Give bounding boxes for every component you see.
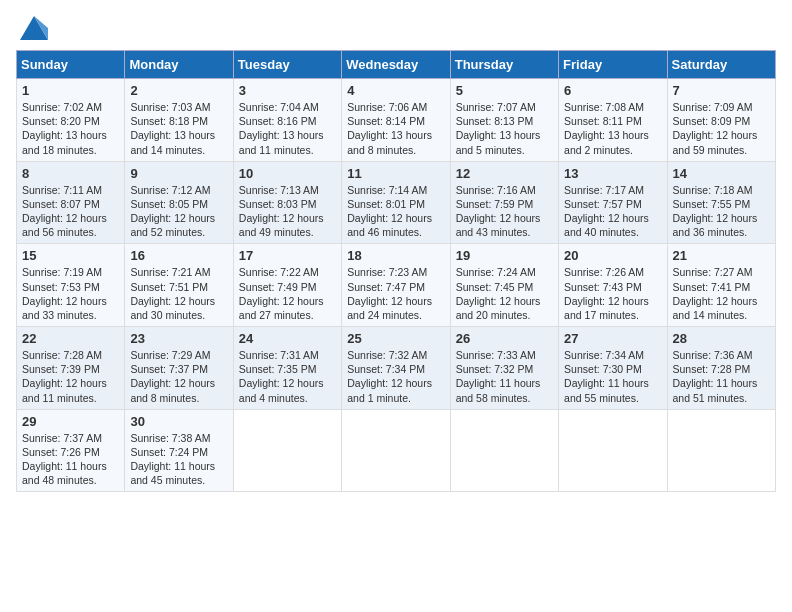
day-number: 17 <box>239 248 336 263</box>
day-number: 18 <box>347 248 444 263</box>
day-number: 11 <box>347 166 444 181</box>
cell-info-line: Sunset: 7:51 PM <box>130 280 227 294</box>
cell-info-line: Daylight: 11 hours <box>673 376 770 390</box>
calendar-cell: 9Sunrise: 7:12 AMSunset: 8:05 PMDaylight… <box>125 161 233 244</box>
cell-info-line: Sunrise: 7:34 AM <box>564 348 661 362</box>
day-header-tuesday: Tuesday <box>233 51 341 79</box>
cell-info-line: Sunrise: 7:08 AM <box>564 100 661 114</box>
cell-info-line: Daylight: 12 hours <box>564 294 661 308</box>
cell-info-line: and 14 minutes. <box>130 143 227 157</box>
cell-info-line: Sunrise: 7:33 AM <box>456 348 553 362</box>
cell-info-line: and 46 minutes. <box>347 225 444 239</box>
cell-info-line: Sunrise: 7:21 AM <box>130 265 227 279</box>
calendar-cell: 20Sunrise: 7:26 AMSunset: 7:43 PMDayligh… <box>559 244 667 327</box>
day-header-thursday: Thursday <box>450 51 558 79</box>
cell-info-line: and 56 minutes. <box>22 225 119 239</box>
cell-info-line: Daylight: 12 hours <box>564 211 661 225</box>
cell-info-line: and 45 minutes. <box>130 473 227 487</box>
week-row-1: 1Sunrise: 7:02 AMSunset: 8:20 PMDaylight… <box>17 79 776 162</box>
day-header-monday: Monday <box>125 51 233 79</box>
cell-info-line: Sunset: 8:13 PM <box>456 114 553 128</box>
day-number: 29 <box>22 414 119 429</box>
calendar-cell: 22Sunrise: 7:28 AMSunset: 7:39 PMDayligh… <box>17 327 125 410</box>
cell-info-line: and 11 minutes. <box>239 143 336 157</box>
cell-info-line: Sunset: 7:41 PM <box>673 280 770 294</box>
cell-info-line: Sunrise: 7:06 AM <box>347 100 444 114</box>
cell-info-line: Sunset: 7:30 PM <box>564 362 661 376</box>
cell-info-line: Daylight: 13 hours <box>239 128 336 142</box>
cell-info-line: Daylight: 11 hours <box>130 459 227 473</box>
calendar-cell: 24Sunrise: 7:31 AMSunset: 7:35 PMDayligh… <box>233 327 341 410</box>
cell-info-line: Daylight: 12 hours <box>130 376 227 390</box>
day-header-sunday: Sunday <box>17 51 125 79</box>
day-number: 12 <box>456 166 553 181</box>
calendar-cell: 3Sunrise: 7:04 AMSunset: 8:16 PMDaylight… <box>233 79 341 162</box>
calendar-cell <box>450 409 558 492</box>
cell-info-line: Sunset: 8:07 PM <box>22 197 119 211</box>
cell-info-line: Sunset: 7:39 PM <box>22 362 119 376</box>
cell-info-line: Sunset: 8:14 PM <box>347 114 444 128</box>
cell-info-line: Sunset: 7:55 PM <box>673 197 770 211</box>
cell-info-line: Sunset: 8:11 PM <box>564 114 661 128</box>
day-number: 19 <box>456 248 553 263</box>
cell-info-line: Daylight: 12 hours <box>130 211 227 225</box>
cell-info-line: and 5 minutes. <box>456 143 553 157</box>
cell-info-line: Sunset: 8:01 PM <box>347 197 444 211</box>
day-header-saturday: Saturday <box>667 51 775 79</box>
cell-info-line: Sunset: 8:20 PM <box>22 114 119 128</box>
cell-info-line: and 33 minutes. <box>22 308 119 322</box>
cell-info-line: Sunrise: 7:27 AM <box>673 265 770 279</box>
cell-info-line: Daylight: 12 hours <box>347 294 444 308</box>
calendar-table: SundayMondayTuesdayWednesdayThursdayFrid… <box>16 50 776 492</box>
cell-info-line: Sunrise: 7:13 AM <box>239 183 336 197</box>
calendar-cell: 14Sunrise: 7:18 AMSunset: 7:55 PMDayligh… <box>667 161 775 244</box>
week-row-4: 22Sunrise: 7:28 AMSunset: 7:39 PMDayligh… <box>17 327 776 410</box>
calendar-cell: 21Sunrise: 7:27 AMSunset: 7:41 PMDayligh… <box>667 244 775 327</box>
calendar-cell <box>559 409 667 492</box>
cell-info-line: Daylight: 12 hours <box>456 211 553 225</box>
cell-info-line: Sunset: 7:59 PM <box>456 197 553 211</box>
cell-info-line: and 55 minutes. <box>564 391 661 405</box>
cell-info-line: Daylight: 11 hours <box>22 459 119 473</box>
cell-info-line: Sunset: 7:57 PM <box>564 197 661 211</box>
cell-info-line: Sunrise: 7:36 AM <box>673 348 770 362</box>
cell-info-line: Sunset: 7:26 PM <box>22 445 119 459</box>
cell-info-line: Sunrise: 7:14 AM <box>347 183 444 197</box>
calendar-cell: 1Sunrise: 7:02 AMSunset: 8:20 PMDaylight… <box>17 79 125 162</box>
cell-info-line: Daylight: 12 hours <box>347 376 444 390</box>
cell-info-line: Sunrise: 7:31 AM <box>239 348 336 362</box>
day-number: 24 <box>239 331 336 346</box>
calendar-cell: 27Sunrise: 7:34 AMSunset: 7:30 PMDayligh… <box>559 327 667 410</box>
day-number: 27 <box>564 331 661 346</box>
cell-info-line: and 11 minutes. <box>22 391 119 405</box>
day-number: 9 <box>130 166 227 181</box>
calendar-cell: 10Sunrise: 7:13 AMSunset: 8:03 PMDayligh… <box>233 161 341 244</box>
cell-info-line: and 1 minute. <box>347 391 444 405</box>
calendar-cell: 19Sunrise: 7:24 AMSunset: 7:45 PMDayligh… <box>450 244 558 327</box>
cell-info-line: and 4 minutes. <box>239 391 336 405</box>
day-number: 13 <box>564 166 661 181</box>
calendar-cell: 30Sunrise: 7:38 AMSunset: 7:24 PMDayligh… <box>125 409 233 492</box>
logo <box>16 16 50 40</box>
cell-info-line: Daylight: 12 hours <box>22 294 119 308</box>
cell-info-line: and 8 minutes. <box>347 143 444 157</box>
cell-info-line: Sunrise: 7:03 AM <box>130 100 227 114</box>
calendar-cell: 25Sunrise: 7:32 AMSunset: 7:34 PMDayligh… <box>342 327 450 410</box>
calendar-cell: 29Sunrise: 7:37 AMSunset: 7:26 PMDayligh… <box>17 409 125 492</box>
page-header <box>16 16 776 40</box>
cell-info-line: Daylight: 12 hours <box>239 376 336 390</box>
day-number: 26 <box>456 331 553 346</box>
cell-info-line: Daylight: 12 hours <box>130 294 227 308</box>
day-number: 4 <box>347 83 444 98</box>
day-number: 15 <box>22 248 119 263</box>
day-number: 28 <box>673 331 770 346</box>
day-number: 23 <box>130 331 227 346</box>
cell-info-line: Sunset: 7:37 PM <box>130 362 227 376</box>
cell-info-line: Daylight: 12 hours <box>22 376 119 390</box>
week-row-5: 29Sunrise: 7:37 AMSunset: 7:26 PMDayligh… <box>17 409 776 492</box>
cell-info-line: Sunrise: 7:09 AM <box>673 100 770 114</box>
cell-info-line: Sunset: 7:24 PM <box>130 445 227 459</box>
day-number: 25 <box>347 331 444 346</box>
calendar-cell: 15Sunrise: 7:19 AMSunset: 7:53 PMDayligh… <box>17 244 125 327</box>
calendar-cell: 8Sunrise: 7:11 AMSunset: 8:07 PMDaylight… <box>17 161 125 244</box>
